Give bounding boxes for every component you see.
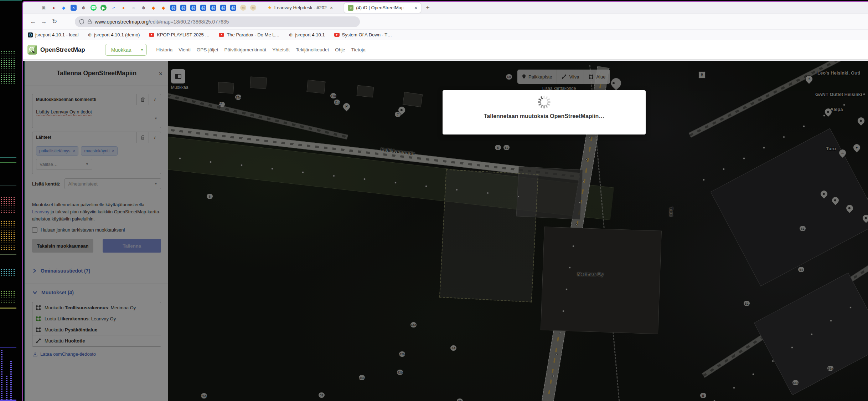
bookmark-item[interactable]: The Paradox - Do Me L… xyxy=(219,32,279,37)
mattermost-icon[interactable]: @ xyxy=(190,5,196,11)
osm-menu-item[interactable]: Ohje xyxy=(335,47,345,52)
loading-spinner-icon xyxy=(537,95,552,110)
osm-menu-item[interactable]: Yhteisöt xyxy=(272,47,290,52)
comet-icon[interactable]: ↗ xyxy=(110,5,117,11)
editor-content: Tallenna OpenStreetMapiin × Muutoskokoel… xyxy=(23,61,868,401)
desktop-background-strip xyxy=(0,0,22,401)
navigation-toolbar: ← → ↻ www.openstreetmap.org/edit#map=18/… xyxy=(23,14,868,29)
youtube-icon xyxy=(334,33,340,37)
bookmark-item[interactable]: ⊕jsreport 4.10.1 xyxy=(289,32,325,37)
osm-brand[interactable]: OpenStreetMap xyxy=(40,46,85,54)
terminal-line xyxy=(0,254,16,255)
terminal-bar xyxy=(6,375,7,400)
whatsapp-icon[interactable]: ☎ xyxy=(91,5,97,11)
bookmarks-bar: jsreport 4.10.1 - local⊕jsreport 4.10.1 … xyxy=(23,29,868,40)
grafana-icon[interactable]: ◆ xyxy=(150,5,156,11)
tab-favicon: ★ xyxy=(268,5,272,10)
bookmark-item[interactable]: System Of A Down - T… xyxy=(334,32,392,37)
mattermost-icon[interactable]: @ xyxy=(180,5,186,11)
back-button[interactable]: ← xyxy=(28,18,38,25)
osm-menu-item[interactable]: Tietoja xyxy=(351,47,366,52)
bookmark-label: jsreport 4.10.1 xyxy=(295,32,325,37)
tab-leanvay-helpdesk[interactable]: ★ Leanvay Helpdesk - #202 × xyxy=(264,3,336,13)
mattermost-icon[interactable]: @ xyxy=(210,5,216,11)
grafana-icon[interactable]: ◆ xyxy=(160,5,166,11)
tab-close-icon[interactable]: × xyxy=(329,5,333,11)
terminal-dots xyxy=(0,196,15,213)
terminal-dots xyxy=(0,220,15,251)
browser-window: ▣●◆×⊕☎▶↗●○⊕◆◆@@@@@@@☺☺ ★ Leanvay Helpdes… xyxy=(22,1,868,401)
mattermost-icon[interactable]: @ xyxy=(230,5,236,11)
chat-bubble-icon[interactable]: ○ xyxy=(130,5,136,11)
x-app-icon[interactable]: × xyxy=(71,5,77,11)
terminal-dots xyxy=(0,268,15,277)
url-text: www.openstreetmap.org/edit#map=18/60.273… xyxy=(95,19,229,25)
terminal-line xyxy=(0,308,16,309)
globe-icon[interactable]: ⊕ xyxy=(140,5,146,11)
forward-button[interactable]: → xyxy=(38,18,49,25)
edit-split-button: Muokkaa ▾ xyxy=(105,44,147,56)
bookmark-item[interactable]: jsreport 4.10.1 - local xyxy=(28,32,78,37)
tab-close-icon[interactable]: × xyxy=(414,5,417,11)
bookmark-label: jsreport 4.10.1 (demo) xyxy=(94,32,140,37)
bookmark-item[interactable]: KPOP PLAYLIST 2025 … xyxy=(149,32,210,37)
osm-menu: HistoriaVientiGPS-jäljetPäiväkirjamerkin… xyxy=(156,47,365,52)
url-path: /edit#map=18/60.273868/25.077635 xyxy=(149,19,229,25)
saving-message: Tallennetaan muutoksia OpenStreetMapiin… xyxy=(443,113,646,120)
terminal-line xyxy=(0,186,16,186)
jenkins-icon[interactable]: ☺ xyxy=(250,5,256,11)
bookmark-label: KPOP PLAYLIST 2025 … xyxy=(157,32,210,37)
tab-title: (4) iD | OpenStreetMap xyxy=(356,5,403,10)
mattermost-icon[interactable]: @ xyxy=(220,5,226,11)
jenkins-icon[interactable]: ☺ xyxy=(240,5,246,11)
osm-menu-item[interactable]: Historia xyxy=(156,47,172,52)
pinned-tabs: ▣●◆×⊕☎▶↗●○⊕◆◆@@@@@@@☺☺ xyxy=(41,5,256,11)
bookmark-item[interactable]: ⊕jsreport 4.10.1 (demo) xyxy=(88,32,140,37)
bookmark-label: The Paradox - Do Me L… xyxy=(227,32,279,37)
mattermost-icon[interactable]: @ xyxy=(200,5,206,11)
osm-menu-item[interactable]: Päiväkirjamerkinnät xyxy=(224,47,267,52)
jira-icon[interactable]: ◆ xyxy=(61,5,67,11)
osm-menu-item[interactable]: GPS-jäljet xyxy=(197,47,218,52)
openstreetmap-logo-icon[interactable] xyxy=(27,45,37,55)
clock-app-icon[interactable]: ● xyxy=(51,5,57,11)
terminal-line xyxy=(0,157,16,158)
fox-icon[interactable]: ● xyxy=(120,5,126,11)
mattermost-icon[interactable]: @ xyxy=(170,5,176,11)
tab-favicon: ○ xyxy=(348,5,353,11)
youtube-icon xyxy=(219,33,224,37)
reload-button[interactable]: ↻ xyxy=(49,18,60,25)
osm-site-header: OpenStreetMap Muokkaa ▾ HistoriaVientiGP… xyxy=(23,40,868,60)
saving-modal: Tallennetaan muutoksia OpenStreetMapiin… xyxy=(443,90,646,134)
youtube-icon xyxy=(149,33,154,37)
url-domain: www.openstreetmap.org xyxy=(95,19,149,25)
edit-caret-icon[interactable]: ▾ xyxy=(137,44,146,55)
terminal-bar xyxy=(10,361,12,400)
url-bar[interactable]: www.openstreetmap.org/edit#map=18/60.273… xyxy=(75,16,360,27)
jsreport-icon xyxy=(28,32,33,37)
edit-button[interactable]: Muokkaa xyxy=(105,44,137,55)
terminal-dots xyxy=(0,51,15,85)
globe-icon: ⊕ xyxy=(88,32,92,37)
osm-menu-item[interactable]: Vienti xyxy=(179,47,191,52)
tab-bar: ▣●◆×⊕☎▶↗●○⊕◆◆@@@@@@@☺☺ ★ Leanvay Helpdes… xyxy=(23,2,868,14)
tab-title: Leanvay Helpdesk - #202 xyxy=(274,5,327,10)
play-icon[interactable]: ▶ xyxy=(100,5,107,11)
bookmark-label: System Of A Down - T… xyxy=(342,32,392,37)
terminal-bar xyxy=(1,350,2,400)
container-tab-icon[interactable]: ▣ xyxy=(41,5,47,11)
lock-icon xyxy=(87,19,92,24)
bookmark-label: jsreport 4.10.1 - local xyxy=(35,32,78,37)
terminal-line xyxy=(0,347,16,348)
shield-icon xyxy=(79,19,84,25)
terminal-dots xyxy=(0,290,15,303)
globe-icon[interactable]: ⊕ xyxy=(81,5,87,11)
tab-openstreetmap[interactable]: ○ (4) iD | OpenStreetMap × xyxy=(344,3,421,13)
new-tab-button[interactable]: + xyxy=(426,4,430,11)
terminal-line xyxy=(0,162,16,163)
osm-menu-item[interactable]: Tekijänoikeudet xyxy=(296,47,329,52)
globe-icon: ⊕ xyxy=(289,32,293,37)
